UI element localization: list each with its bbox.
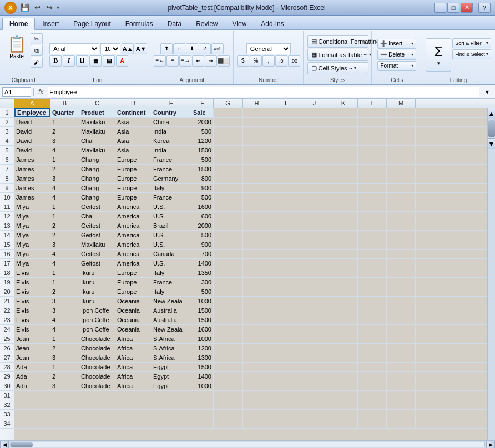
cell-L19[interactable] [358, 278, 387, 287]
cell-H22[interactable] [243, 306, 271, 315]
cell-E22[interactable]: Australia [151, 306, 191, 315]
cell-J26[interactable] [300, 344, 329, 353]
cell-B25[interactable]: 1 [50, 334, 79, 343]
formula-expand-btn[interactable]: ▾ [482, 88, 493, 96]
cell-K6[interactable] [329, 155, 358, 164]
cell-E25[interactable]: S.Africa [151, 334, 191, 343]
cell-D21[interactable]: Oceania [115, 297, 151, 306]
row-num-29[interactable]: 29 [0, 372, 14, 381]
cell-C27[interactable]: Chocolade [79, 353, 115, 362]
cell-C20[interactable]: Ikuru [79, 287, 115, 296]
cell-I21[interactable] [271, 297, 300, 306]
align-right-btn[interactable]: ≡→ [179, 55, 191, 67]
cell-D1[interactable]: Continent [115, 108, 151, 117]
cell-A17[interactable]: Miya [14, 259, 50, 268]
cell-A31[interactable] [14, 391, 50, 400]
cell-M17[interactable] [387, 259, 416, 268]
cell-C33[interactable] [79, 410, 115, 419]
cell-D6[interactable]: Europe [115, 155, 151, 164]
cell-H24[interactable] [243, 325, 271, 334]
col-header-a[interactable]: A [14, 99, 50, 108]
merge-center-btn[interactable]: ⬛⬜ [218, 55, 230, 67]
cell-G24[interactable] [214, 325, 243, 334]
cell-J1[interactable] [300, 108, 329, 117]
decrease-indent-btn[interactable]: ⇤ [192, 55, 204, 67]
cell-G8[interactable] [214, 174, 243, 183]
cell-F5[interactable]: 1500 [191, 146, 214, 155]
cell-G3[interactable] [214, 127, 243, 136]
cell-F16[interactable]: 700 [191, 250, 214, 258]
cell-L28[interactable] [358, 363, 387, 371]
cell-G10[interactable] [214, 193, 243, 202]
cell-L14[interactable] [358, 231, 387, 240]
row-num-7[interactable]: 7 [0, 165, 14, 174]
cell-F17[interactable]: 1400 [191, 259, 214, 268]
cell-M18[interactable] [387, 268, 416, 277]
cell-A34[interactable] [14, 419, 50, 428]
cell-A21[interactable]: Elvis [14, 297, 50, 306]
cell-L34[interactable] [358, 419, 387, 428]
row-num-31[interactable]: 31 [0, 391, 14, 400]
cell-A27[interactable]: Jean [14, 353, 50, 362]
cell-C4[interactable]: Chai [79, 136, 115, 145]
cell-A22[interactable]: Elvis [14, 306, 50, 315]
cell-M6[interactable] [387, 155, 416, 164]
cell-E18[interactable]: Italy [151, 268, 191, 277]
cell-I30[interactable] [271, 381, 300, 390]
cell-D3[interactable]: Asia [115, 127, 151, 136]
cell-I13[interactable] [271, 221, 300, 230]
row-num-33[interactable]: 33 [0, 410, 14, 419]
cell-B23[interactable]: 4 [50, 315, 79, 324]
paste-button[interactable]: 📋 Paste [4, 33, 29, 61]
row-num-12[interactable]: 12 [0, 212, 14, 221]
cell-H3[interactable] [243, 127, 271, 136]
cell-H26[interactable] [243, 344, 271, 353]
comma-btn[interactable]: , [262, 55, 275, 67]
cell-J19[interactable] [300, 278, 329, 287]
cell-G4[interactable] [214, 136, 243, 145]
cell-B2[interactable]: 1 [50, 118, 79, 126]
cell-A33[interactable] [14, 410, 50, 419]
cell-B17[interactable]: 4 [50, 259, 79, 268]
cell-K31[interactable] [329, 391, 358, 400]
cell-B10[interactable]: 4 [50, 193, 79, 202]
cell-L21[interactable] [358, 297, 387, 306]
cell-A2[interactable]: David [14, 118, 50, 126]
cell-E16[interactable]: Canada [151, 250, 191, 258]
cell-H1[interactable] [243, 108, 271, 117]
cell-B31[interactable] [50, 391, 79, 400]
cell-E19[interactable]: France [151, 278, 191, 287]
cell-M27[interactable] [387, 353, 416, 362]
row-num-1[interactable]: 1 [0, 108, 14, 118]
tab-formulas[interactable]: Formulas [118, 17, 160, 29]
cell-C6[interactable]: Chang [79, 155, 115, 164]
cell-K17[interactable] [329, 259, 358, 268]
scroll-track-vertical[interactable] [488, 120, 494, 137]
cell-H15[interactable] [243, 240, 271, 249]
cell-C5[interactable]: Maxilaku [79, 146, 115, 155]
cell-C32[interactable] [79, 400, 115, 409]
cell-A9[interactable]: James [14, 184, 50, 192]
cell-B33[interactable] [50, 410, 79, 419]
row-num-25[interactable]: 25 [0, 334, 14, 344]
cell-G21[interactable] [214, 297, 243, 306]
cell-A32[interactable] [14, 400, 50, 409]
increase-decimal-btn[interactable]: .00 [288, 55, 300, 67]
cell-H13[interactable] [243, 221, 271, 230]
cell-G28[interactable] [214, 363, 243, 371]
cell-J33[interactable] [300, 410, 329, 419]
cell-G29[interactable] [214, 372, 243, 381]
border-button[interactable]: ▦ [89, 55, 102, 67]
cell-H16[interactable] [243, 250, 271, 258]
cell-J30[interactable] [300, 381, 329, 390]
cell-K23[interactable] [329, 315, 358, 324]
cell-F9[interactable]: 900 [191, 184, 214, 192]
cell-B27[interactable]: 3 [50, 353, 79, 362]
align-bottom-btn[interactable]: ⬇ [186, 43, 198, 54]
cell-G25[interactable] [214, 334, 243, 343]
cell-I34[interactable] [271, 419, 300, 428]
cell-F11[interactable]: 1600 [191, 202, 214, 211]
cell-J16[interactable] [300, 250, 329, 258]
cell-M14[interactable] [387, 231, 416, 240]
cell-K11[interactable] [329, 202, 358, 211]
